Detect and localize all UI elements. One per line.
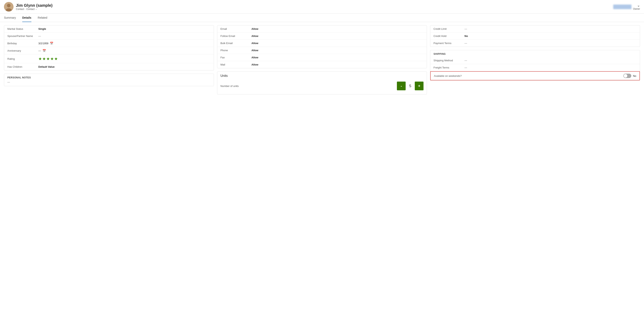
subtitle-chevron-icon[interactable]: ⌄ [35, 8, 37, 10]
fax-label: Fax [220, 56, 248, 59]
header-right: Help Docs ⌄ Owner [613, 3, 640, 10]
center-column: Email Allow Follow Email Allow Bulk Emai… [217, 25, 427, 94]
credit-hold-label: Credit Hold [434, 34, 461, 37]
birthday-calendar-icon[interactable]: 📅 [50, 42, 53, 45]
star-4: ★ [50, 56, 54, 61]
credit-hold-row: Credit Hold No [430, 32, 640, 40]
subtitle1: Contact [16, 8, 24, 10]
star-3: ★ [46, 56, 50, 61]
weekends-toggle[interactable] [623, 74, 631, 78]
units-title: Units [220, 74, 424, 78]
follow-email-row: Follow Email Allow [217, 32, 427, 40]
phone-value: Allow [252, 49, 424, 52]
personal-info-panel: Marital Status Single Spouse/Partner Nam… [4, 25, 214, 70]
fax-row: Fax Allow [217, 54, 427, 61]
units-controls: - 5 + [397, 82, 424, 90]
contact-subtitle: Contact · Contact ⌄ [16, 8, 53, 10]
contact-name: Jim Glynn (sample) [16, 3, 53, 8]
freight-terms-value: --- [464, 66, 637, 69]
star-2: ★ [42, 56, 46, 61]
mail-value: Allow [252, 63, 424, 66]
freight-terms-label: Freight Terms [434, 66, 461, 69]
anniversary-value: --- 📅 [38, 49, 210, 52]
credit-panel: Credit Limit --- Credit Hold No Payment … [430, 25, 640, 47]
units-decrement-button[interactable]: - [397, 82, 406, 90]
shipping-panel: SHIPPING Shipping Method --- Freight Ter… [430, 50, 640, 81]
birthday-label: Birthday [7, 42, 35, 45]
payment-terms-row: Payment Terms --- [430, 40, 640, 47]
spouse-value: --- [38, 34, 210, 37]
payment-terms-label: Payment Terms [434, 42, 461, 45]
spouse-row: Spouse/Partner Name --- [4, 32, 214, 40]
shipping-method-row: Shipping Method --- [430, 57, 640, 64]
personal-notes-title: PERSONAL NOTES [7, 76, 210, 79]
anniversary-calendar-icon[interactable]: 📅 [42, 49, 46, 52]
tab-details[interactable]: Details [22, 14, 32, 22]
units-value: 5 [407, 84, 413, 88]
marital-status-label: Marital Status [7, 27, 35, 30]
personal-notes-content: --- [7, 81, 210, 84]
weekends-row: Available on weekends? No [430, 71, 640, 80]
number-of-units-label: Number of units [220, 84, 394, 87]
units-panel: Units Number of units - 5 + [217, 71, 427, 94]
bulk-email-row: Bulk Email Allow [217, 40, 427, 47]
contact-prefs-panel: Email Allow Follow Email Allow Bulk Emai… [217, 25, 427, 68]
spouse-label: Spouse/Partner Name [7, 34, 35, 37]
star-1: ★ [38, 56, 42, 61]
mail-row: Mail Allow [217, 61, 427, 68]
email-value: Allow [252, 27, 424, 30]
payment-terms-value: --- [464, 42, 637, 45]
left-column: Marital Status Single Spouse/Partner Nam… [4, 25, 214, 86]
nav-tabs: Summary Details Related [0, 14, 644, 22]
freight-terms-row: Freight Terms --- [430, 64, 640, 71]
shipping-method-label: Shipping Method [434, 59, 461, 62]
owner-section: ⌄ Owner [633, 3, 640, 10]
shipping-header: SHIPPING [430, 50, 640, 57]
credit-limit-label: Credit Limit [434, 27, 461, 30]
rating-stars[interactable]: ★ ★ ★ ★ ★ [38, 56, 210, 61]
follow-email-value: Allow [252, 34, 424, 37]
marital-status-value: Single [38, 27, 210, 30]
has-children-value: Default Value [38, 65, 210, 68]
birthday-row: Birthday 3/2/1959 📅 [4, 40, 214, 47]
credit-limit-value: --- [464, 27, 637, 30]
bulk-email-label: Bulk Email [220, 42, 248, 45]
star-5: ★ [54, 56, 58, 61]
has-children-label: Has Children [7, 65, 35, 68]
svg-point-1 [7, 4, 10, 7]
rating-label: Rating [7, 57, 35, 60]
owner-chevron-icon[interactable]: ⌄ [637, 3, 640, 7]
anniversary-row: Anniversary --- 📅 [4, 47, 214, 54]
weekends-toggle-container: No [623, 74, 636, 78]
bulk-email-value: Allow [252, 42, 424, 45]
header: Jim Glynn (sample) Contact · Contact ⌄ H… [0, 0, 644, 14]
credit-limit-row: Credit Limit --- [430, 25, 640, 32]
mail-label: Mail [220, 63, 248, 66]
marital-status-row: Marital Status Single [4, 25, 214, 32]
shipping-method-value: --- [464, 59, 637, 62]
stars-group: ★ ★ ★ ★ ★ [38, 56, 210, 61]
owner-label: Owner [633, 7, 640, 10]
weekends-toggle-value: No [633, 74, 636, 77]
email-label: Email [220, 27, 248, 30]
units-increment-button[interactable]: + [415, 82, 424, 90]
main-content: Marital Status Single Spouse/Partner Nam… [0, 22, 644, 98]
header-title: Jim Glynn (sample) Contact · Contact ⌄ [16, 3, 53, 10]
right-column: Credit Limit --- Credit Hold No Payment … [430, 25, 640, 81]
units-row: Number of units - 5 + [220, 80, 424, 92]
weekends-label: Available on weekends? [434, 74, 620, 77]
email-row: Email Allow [217, 25, 427, 32]
phone-label: Phone [220, 49, 248, 52]
follow-email-label: Follow Email [220, 34, 248, 37]
subtitle2: Contact [26, 8, 34, 10]
header-left: Jim Glynn (sample) Contact · Contact ⌄ [4, 2, 53, 11]
help-button[interactable]: Help Docs [613, 4, 632, 9]
birthday-value: 3/2/1959 📅 [38, 42, 210, 45]
tab-related[interactable]: Related [38, 14, 47, 22]
credit-hold-value: No [464, 34, 637, 37]
rating-row: Rating ★ ★ ★ ★ ★ [4, 54, 214, 63]
has-children-row: Has Children Default Value [4, 63, 214, 70]
tab-summary[interactable]: Summary [4, 14, 16, 22]
personal-notes-panel: PERSONAL NOTES --- [4, 74, 214, 86]
anniversary-label: Anniversary [7, 49, 35, 52]
